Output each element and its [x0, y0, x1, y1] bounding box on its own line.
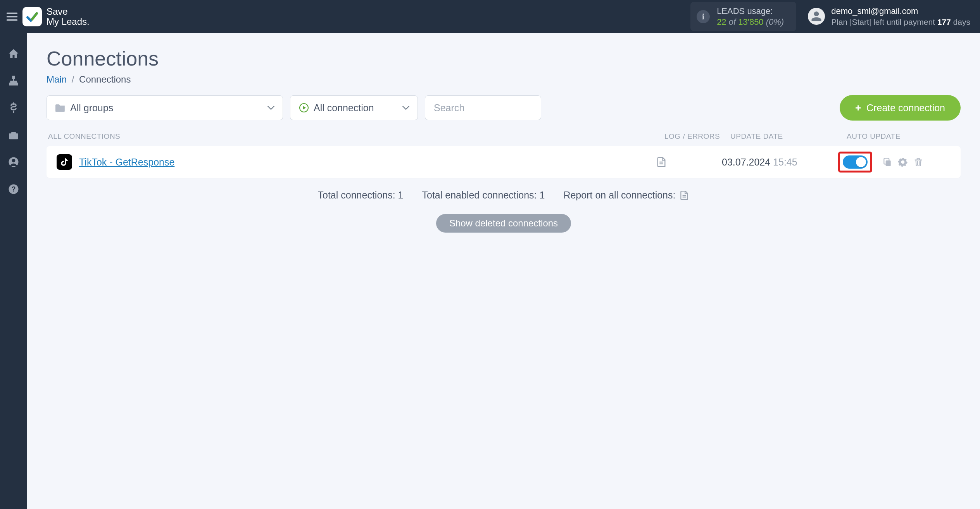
- leads-total: 13'850: [738, 17, 763, 27]
- report-file-icon[interactable]: [679, 190, 689, 200]
- update-date: 03.07.2024 15:45: [722, 157, 838, 168]
- col-auto: Auto update: [847, 132, 959, 141]
- user-menu[interactable]: demo_sml@gmail.com Plan |Start| left unt…: [808, 6, 970, 28]
- leads-label: LEADS usage:: [717, 6, 784, 17]
- nav-billing-icon[interactable]: [6, 100, 21, 115]
- info-icon: i: [697, 10, 710, 23]
- user-email: demo_sml@gmail.com: [831, 6, 970, 17]
- sidebar: ?: [0, 33, 27, 509]
- svg-rect-8: [886, 160, 891, 166]
- brand-logo[interactable]: [22, 7, 42, 26]
- show-deleted-button[interactable]: Show deleted connections: [436, 214, 571, 233]
- nav-account-icon[interactable]: [6, 155, 21, 169]
- nav-home-icon[interactable]: [6, 46, 21, 61]
- top-bar: Save My Leads. i LEADS usage: 22 of 13'8…: [0, 0, 980, 33]
- plan-name: Start: [852, 17, 869, 26]
- col-log: Log / Errors: [664, 132, 730, 141]
- create-connection-button[interactable]: + Create connection: [840, 95, 961, 121]
- report-all: Report on all connections:: [563, 190, 689, 201]
- gear-icon[interactable]: [897, 156, 909, 168]
- groups-select[interactable]: All groups: [47, 95, 283, 120]
- plan-prefix: Plan |: [831, 17, 852, 26]
- svg-rect-1: [7, 16, 17, 17]
- connection-name[interactable]: TikTok - GetResponse: [79, 157, 174, 168]
- avatar-icon: [808, 8, 825, 25]
- report-label: Report on all connections:: [563, 190, 675, 201]
- svg-point-4: [12, 159, 16, 162]
- user-info: demo_sml@gmail.com Plan |Start| left unt…: [831, 6, 970, 28]
- play-circle-icon: [299, 103, 309, 113]
- search-input[interactable]: [425, 95, 541, 120]
- plan-mid: | left until payment: [869, 17, 937, 26]
- svg-rect-2: [7, 19, 17, 21]
- brand-line2: My Leads.: [47, 17, 90, 26]
- create-label: Create connection: [866, 102, 945, 114]
- col-all: All connections: [48, 132, 664, 141]
- breadcrumb-current: Connections: [79, 74, 131, 85]
- plan-days: 177: [937, 17, 951, 26]
- chevron-down-icon: [402, 105, 410, 110]
- status-label: All connection: [314, 102, 374, 114]
- tiktok-icon: [57, 154, 72, 170]
- leads-usage-box[interactable]: i LEADS usage: 22 of 13'850 (0%): [690, 2, 796, 31]
- nav-help-icon[interactable]: ?: [6, 182, 21, 197]
- leads-used: 22: [717, 17, 726, 27]
- folder-icon: [55, 104, 66, 112]
- auto-update-highlight: [838, 152, 872, 173]
- log-file-icon[interactable]: [656, 157, 667, 167]
- nav-connections-icon[interactable]: [6, 73, 21, 88]
- svg-rect-0: [7, 12, 17, 14]
- leads-pct: (0%): [766, 17, 784, 27]
- connection-row: TikTok - GetResponse 03.07.2024 15:45: [47, 146, 961, 178]
- column-headers: All connections Log / Errors Update date…: [47, 128, 961, 146]
- auto-update-toggle[interactable]: [843, 155, 868, 169]
- plan-days-suffix: days: [951, 17, 970, 26]
- status-select[interactable]: All connection: [290, 95, 418, 120]
- hamburger-menu-icon[interactable]: [5, 9, 19, 24]
- leads-usage-text: LEADS usage: 22 of 13'850 (0%): [717, 6, 784, 27]
- groups-label: All groups: [70, 102, 113, 114]
- col-date: Update date: [730, 132, 847, 141]
- nav-toolbox-icon[interactable]: [6, 128, 21, 142]
- plus-icon: +: [855, 102, 861, 114]
- main-content: Connections Main / Connections All group…: [27, 33, 980, 509]
- total-enabled: Total enabled connections: 1: [422, 190, 545, 201]
- copy-icon[interactable]: [882, 156, 893, 168]
- svg-text:?: ?: [12, 185, 16, 193]
- breadcrumb: Main / Connections: [47, 74, 961, 85]
- brand-name: Save My Leads.: [47, 7, 90, 26]
- page-title: Connections: [47, 47, 961, 70]
- row-actions: [882, 156, 924, 168]
- chevron-down-icon: [267, 105, 275, 110]
- leads-of: of: [729, 17, 736, 27]
- time-value: 15:45: [773, 157, 797, 167]
- breadcrumb-main[interactable]: Main: [47, 74, 67, 85]
- brand-line1: Save: [47, 7, 90, 16]
- breadcrumb-sep: /: [69, 74, 77, 85]
- date-value: 03.07.2024: [722, 157, 770, 167]
- totals-row: Total connections: 1 Total enabled conne…: [47, 190, 961, 201]
- total-connections: Total connections: 1: [318, 190, 404, 201]
- trash-icon[interactable]: [913, 156, 924, 168]
